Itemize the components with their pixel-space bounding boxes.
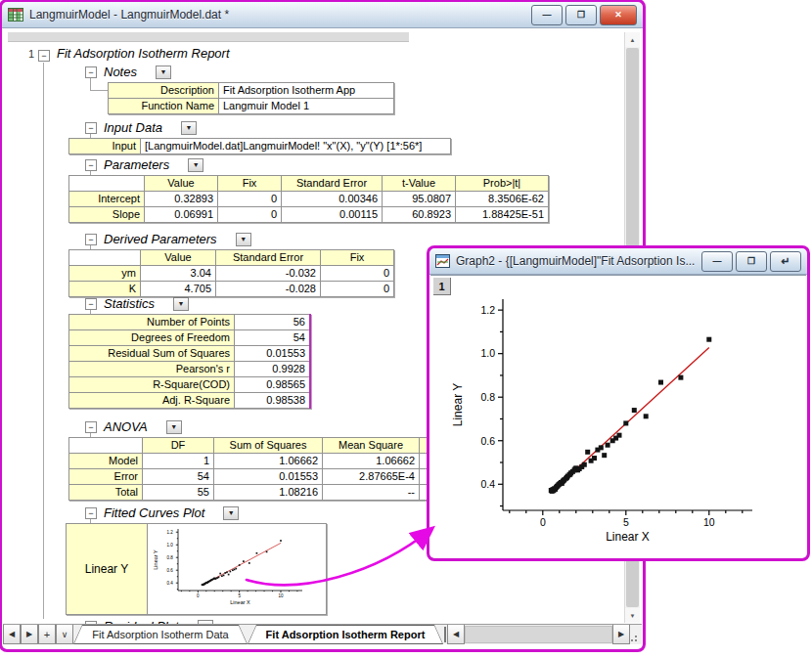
row-label: Degrees of Freedom xyxy=(69,330,235,346)
hscroll-right-button[interactable]: ▶ xyxy=(612,625,630,644)
section-menu-button[interactable]: ▼ xyxy=(188,158,203,172)
section-derived-header: − Derived Parameters ▼ xyxy=(85,232,251,246)
value-cell: 60.8923 xyxy=(383,207,456,223)
value-cell: 1.88425E-51 xyxy=(456,207,549,223)
svg-text:0.8: 0.8 xyxy=(167,555,174,560)
collapse-toggle[interactable]: − xyxy=(85,234,97,245)
corner-cell xyxy=(69,250,141,266)
close-icon: ✕ xyxy=(614,10,622,20)
collapse-minus-icon: − xyxy=(88,236,93,243)
column-header: Sum of Squares xyxy=(214,438,323,454)
svg-text:10: 10 xyxy=(703,516,715,528)
report-table: ValueFixStandard Errort-ValueProb>|t|Int… xyxy=(68,175,549,223)
worksheet-window-titlebar[interactable]: LangmuirModel - LangmuirModel.dat * — ❐ … xyxy=(2,2,643,28)
svg-text:0.4: 0.4 xyxy=(167,581,174,586)
report-title: Fit Adsorption Isotherm Report xyxy=(57,46,230,61)
hscroll-right-icon: ▶ xyxy=(618,630,624,638)
value-cell: 1.06662 xyxy=(323,454,420,469)
add-sheet-button[interactable]: + xyxy=(38,625,56,644)
section-statistics-header: − Statistics ▼ xyxy=(85,296,189,311)
screenshot-stage: LangmuirModel - LangmuirModel.dat * — ❐ … xyxy=(0,0,812,658)
value-cell: -- xyxy=(323,485,420,501)
table-row: Residual Sum of Squares0.01553 xyxy=(69,346,311,362)
collapse-toggle[interactable]: − xyxy=(85,66,97,78)
row-label: Intercept xyxy=(69,192,145,207)
graph-page-tab[interactable]: 1 xyxy=(433,278,451,295)
report-collapse-toggle[interactable]: − xyxy=(38,50,50,62)
section-menu-button[interactable]: ▼ xyxy=(236,233,251,246)
sheet-nav-next-button[interactable]: ▶ xyxy=(21,625,38,644)
section-anova-header: − ANOVA ▼ xyxy=(85,419,182,434)
fitted-row-label: Linear Y xyxy=(67,524,148,615)
worksheet-icon xyxy=(8,8,23,22)
section-heading: Derived Parameters xyxy=(104,232,217,246)
section-menu-button[interactable]: ▼ xyxy=(156,66,171,79)
report-row-number: 1 xyxy=(21,48,34,60)
maximize-button[interactable]: ❐ xyxy=(736,251,767,272)
value-cell: -0.032 xyxy=(216,266,321,282)
dropdown-arrow-icon: ▼ xyxy=(228,509,235,516)
tab-label: Fit Adsorption Isotherm Data xyxy=(73,625,248,644)
dropdown-arrow-icon: ▼ xyxy=(170,423,177,430)
notes-table-host: DescriptionFit Adsorption Isotherm AppFu… xyxy=(108,82,394,114)
collapse-toggle[interactable]: − xyxy=(85,159,97,171)
sheet-list-button[interactable]: ∨ xyxy=(56,625,73,644)
section-menu-button[interactable]: ▼ xyxy=(181,121,197,135)
section-menu-button[interactable]: ▼ xyxy=(166,420,182,434)
report-table: DescriptionFit Adsorption Isotherm AppFu… xyxy=(108,82,394,114)
column-header: Value xyxy=(141,250,216,266)
minimize-button[interactable]: — xyxy=(701,251,733,272)
value-cell: 3.04 xyxy=(141,266,216,282)
tree-line xyxy=(43,63,44,619)
resize-grip[interactable] xyxy=(630,625,642,644)
close-button[interactable]: ✕ xyxy=(600,5,637,25)
column-header: Fix xyxy=(218,176,282,192)
collapse-toggle[interactable]: − xyxy=(85,507,97,519)
collapse-toggle[interactable]: − xyxy=(85,298,97,310)
hscroll-left-button[interactable]: ◀ xyxy=(447,625,465,644)
value-cell: 0.06991 xyxy=(145,207,218,223)
value-cell: 0.00115 xyxy=(282,207,383,223)
graph-window-titlebar[interactable]: Graph2 - {[LangmuirModel]"Fit Adsorption… xyxy=(429,248,807,275)
row-label: Residual Sum of Squares xyxy=(69,346,235,362)
table-row: Degrees of Freedom54 xyxy=(69,330,311,346)
add-icon: + xyxy=(44,629,50,640)
section-heading: Notes xyxy=(104,65,137,79)
collapse-toggle[interactable]: − xyxy=(85,421,97,433)
tab-fit-adsorption-isotherm-report[interactable]: Fit Adsorption Isotherm Report xyxy=(248,625,443,644)
section-menu-button[interactable]: ▼ xyxy=(223,506,239,520)
scroll-up-button[interactable]: ▲ xyxy=(625,32,640,47)
dropdown-arrow-icon: ▼ xyxy=(193,161,200,168)
collapse-minus-icon: − xyxy=(88,124,93,132)
hscroll-left-icon: ◀ xyxy=(453,630,459,638)
minimize-button[interactable]: — xyxy=(531,5,563,25)
column-header: Standard Error xyxy=(282,176,383,192)
section-notes-header: − Notes ▼ xyxy=(85,65,171,79)
value-cell: 0.98538 xyxy=(235,393,311,409)
return-arrow-icon: ↵ xyxy=(781,255,789,268)
header-row: ValueFixStandard Errort-ValueProb>|t| xyxy=(69,176,549,192)
parameters-table-host: ValueFixStandard Errort-ValueProb>|t|Int… xyxy=(68,175,549,223)
row-label: ym xyxy=(69,266,141,282)
value-cell: Fit Adsorption Isotherm App xyxy=(219,83,394,99)
svg-text:1.0: 1.0 xyxy=(167,543,174,548)
scroll-down-button[interactable]: ▼ xyxy=(625,608,640,623)
table-row: ym3.04-0.0320 xyxy=(69,266,394,282)
input-table-host: Input[LangmuirModel.dat]LangmuirModel! "… xyxy=(68,138,451,154)
corner-cell xyxy=(69,176,145,192)
horizontal-scrollbar-track[interactable] xyxy=(465,626,612,643)
section-heading: Parameters xyxy=(104,157,169,172)
return-button[interactable]: ↵ xyxy=(770,251,801,272)
collapse-minus-icon: − xyxy=(88,300,93,308)
section-menu-button[interactable]: ▼ xyxy=(173,297,189,311)
header-row: ValueStandard ErrorFix xyxy=(69,250,394,266)
sheet-nav-first-button[interactable]: ◀ xyxy=(3,625,21,644)
tab-fit-adsorption-isotherm-data[interactable]: Fit Adsorption Isotherm Data xyxy=(73,625,248,644)
section-fitted-curves-header: − Fitted Curves Plot ▼ xyxy=(85,505,239,520)
maximize-button[interactable]: ❐ xyxy=(565,5,597,25)
collapse-toggle[interactable]: − xyxy=(85,122,97,134)
value-cell: 55 xyxy=(143,485,214,501)
svg-text:Linear X: Linear X xyxy=(230,599,250,605)
collapse-minus-icon: − xyxy=(88,68,93,76)
table-row: Function NameLangmuir Model 1 xyxy=(109,99,394,114)
